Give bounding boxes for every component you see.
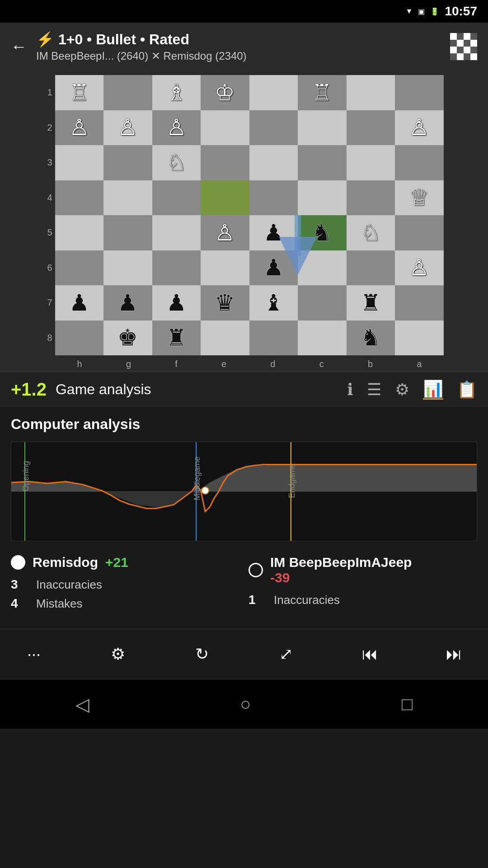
analysis-chart[interactable]: Opening Middlegame Endgame [11, 442, 477, 541]
cell-r8-c4[interactable] [249, 321, 298, 356]
cell-r5-c5[interactable]: ♞ [298, 215, 347, 250]
cell-r2-c4[interactable] [249, 110, 298, 146]
piece-black-Q-r7-c3: ♛ [215, 292, 235, 314]
settings-button[interactable]: ⚙ [102, 638, 134, 670]
white-mistakes-label: Mistakes [36, 597, 83, 611]
piece-black-R-r8-c2: ♜ [166, 326, 187, 349]
piece-black-P-r7-c2: ♟ [166, 292, 187, 314]
cell-r8-c6[interactable]: ♞ [347, 321, 395, 356]
cell-r3-c0[interactable] [55, 145, 104, 180]
settings-icon[interactable]: ⚙ [395, 380, 409, 399]
info-icon[interactable]: ℹ [347, 380, 353, 399]
flip-button[interactable]: ↻ [186, 638, 218, 670]
cell-r7-c1[interactable]: ♟ [103, 285, 152, 321]
chess-board[interactable]: ♖♗♔♖♙♙♙♙♘♕♙♟♞♘♟♙♟♟♟♛♝♜♚♜♞ [55, 75, 444, 355]
rank-7: 7 [47, 297, 52, 308]
status-bar: ▼ ▣ 🔋 10:57 [0, 0, 488, 23]
cell-r1-c6[interactable] [347, 75, 395, 110]
svg-text:Middlegame: Middlegame [192, 457, 202, 500]
cell-r5-c3[interactable]: ♙ [201, 215, 249, 250]
cell-r6-c1[interactable] [103, 250, 152, 286]
cell-r4-c6[interactable] [347, 180, 395, 216]
book-icon[interactable]: 📋 [457, 380, 477, 399]
svg-text:Opening: Opening [21, 461, 30, 491]
cell-r1-c5[interactable]: ♖ [298, 75, 347, 110]
cell-r2-c3[interactable] [201, 110, 249, 146]
cell-r2-c7[interactable]: ♙ [395, 110, 444, 146]
cell-r3-c6[interactable] [347, 145, 395, 180]
rank-2: 2 [47, 123, 52, 133]
cell-r2-c5[interactable] [298, 110, 347, 146]
recents-nav-button[interactable]: □ [402, 694, 413, 714]
cell-r1-c1[interactable] [103, 75, 152, 110]
cell-r8-c3[interactable] [201, 321, 249, 356]
cell-r8-c1[interactable]: ♚ [103, 321, 152, 356]
prev-button[interactable]: ⏮ [354, 638, 386, 670]
cell-r5-c6[interactable]: ♘ [347, 215, 395, 250]
cell-r7-c7[interactable] [395, 285, 444, 321]
next-button[interactable]: ⏭ [438, 638, 470, 670]
cell-r1-c0[interactable]: ♖ [55, 75, 104, 110]
svg-rect-6 [457, 40, 464, 47]
cell-r7-c6[interactable]: ♜ [347, 285, 395, 321]
cell-r2-c0[interactable]: ♙ [55, 110, 104, 146]
cell-r7-c4[interactable]: ♝ [249, 285, 298, 321]
cell-r4-c5[interactable] [298, 180, 347, 216]
cell-r1-c2[interactable]: ♗ [152, 75, 201, 110]
cell-r1-c4[interactable] [249, 75, 298, 110]
cell-r5-c1[interactable] [103, 215, 152, 250]
cell-r4-c1[interactable] [103, 180, 152, 216]
cell-r3-c5[interactable] [298, 145, 347, 180]
svg-rect-10 [457, 47, 464, 53]
rank-4: 4 [47, 193, 52, 203]
cell-r3-c4[interactable] [249, 145, 298, 180]
file-b: b [368, 359, 373, 369]
white-mistakes-num: 4 [11, 596, 29, 611]
cell-r7-c2[interactable]: ♟ [152, 285, 201, 321]
fullscreen-button[interactable]: ⤢ [270, 638, 302, 670]
cell-r6-c3[interactable] [201, 250, 249, 286]
cell-r6-c5[interactable] [298, 250, 347, 286]
cell-r5-c2[interactable] [152, 215, 201, 250]
chart-icon[interactable]: 📊 [423, 379, 443, 400]
cell-r6-c7[interactable]: ♙ [395, 250, 444, 286]
back-nav-button[interactable]: ◁ [75, 694, 89, 715]
black-inaccuracies-num: 1 [249, 593, 267, 607]
cell-r4-c0[interactable] [55, 180, 104, 216]
cell-r2-c6[interactable] [347, 110, 395, 146]
back-button[interactable]: ← [11, 37, 27, 56]
cell-r8-c5[interactable] [298, 321, 347, 356]
cell-r7-c3[interactable]: ♛ [201, 285, 249, 321]
cell-r2-c1[interactable]: ♙ [103, 110, 152, 146]
cell-r7-c5[interactable] [298, 285, 347, 321]
list-icon[interactable]: ☰ [367, 380, 381, 399]
cell-r6-c2[interactable] [152, 250, 201, 286]
cell-r1-c7[interactable] [395, 75, 444, 110]
cell-r6-c0[interactable] [55, 250, 104, 286]
cell-r6-c6[interactable] [347, 250, 395, 286]
cell-r3-c3[interactable] [201, 145, 249, 180]
cell-r5-c4[interactable]: ♟ [249, 215, 298, 250]
piece-white-R-r1-c5: ♖ [312, 81, 332, 104]
cell-r4-c7[interactable]: ♕ [395, 180, 444, 216]
cell-r4-c4[interactable] [249, 180, 298, 216]
svg-rect-9 [450, 47, 457, 53]
cell-r4-c2[interactable] [152, 180, 201, 216]
cell-r5-c0[interactable] [55, 215, 104, 250]
cell-r3-c2[interactable]: ♘ [152, 145, 201, 180]
piece-black-B-r7-c4: ♝ [263, 292, 284, 314]
cell-r8-c2[interactable]: ♜ [152, 321, 201, 356]
cell-r1-c3[interactable]: ♔ [201, 75, 249, 110]
cell-r8-c7[interactable] [395, 321, 444, 356]
cell-r3-c7[interactable] [395, 145, 444, 180]
cell-r2-c2[interactable]: ♙ [152, 110, 201, 146]
cell-r7-c0[interactable]: ♟ [55, 285, 104, 321]
cell-r8-c0[interactable] [55, 321, 104, 356]
cell-r4-c3[interactable] [201, 180, 249, 216]
cell-r3-c1[interactable] [103, 145, 152, 180]
home-nav-button[interactable]: ○ [240, 694, 251, 714]
cell-r5-c7[interactable] [395, 215, 444, 250]
more-button[interactable]: ··· [18, 638, 50, 670]
cell-r6-c4[interactable]: ♟ [249, 250, 298, 286]
svg-rect-3 [464, 33, 470, 40]
